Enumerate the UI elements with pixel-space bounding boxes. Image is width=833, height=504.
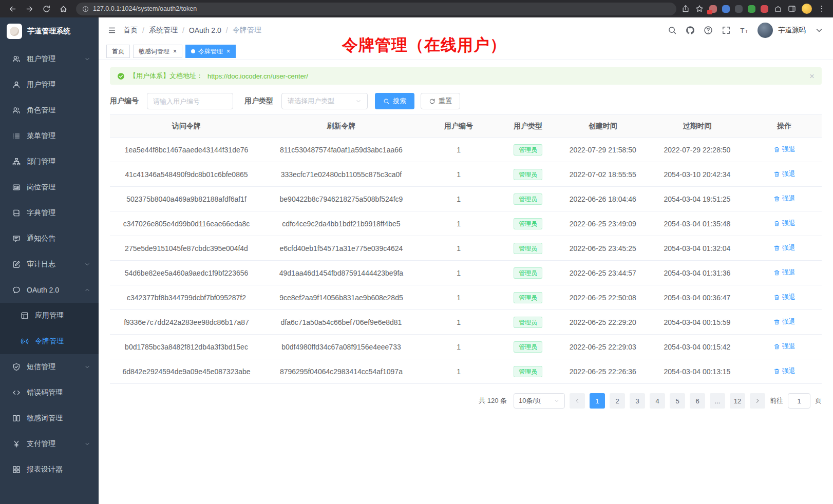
sidebar-item-label: 部门管理 <box>27 157 90 166</box>
user-type-tag: 管理员 <box>514 267 542 279</box>
sidebar-item-sensitive-word[interactable]: 敏感词管理 <box>0 405 99 431</box>
extension-pink[interactable] <box>709 5 717 13</box>
help-icon[interactable] <box>704 26 713 35</box>
force-logout-button[interactable]: 强退 <box>773 145 796 154</box>
force-logout-button[interactable]: 强退 <box>773 169 796 179</box>
user-type-tag: 管理员 <box>514 366 542 377</box>
shield-icon <box>12 363 21 371</box>
collapse-menu-icon[interactable] <box>108 26 116 34</box>
sidebar-item-dict[interactable]: 字典管理 <box>0 200 99 226</box>
page-button-4[interactable]: 4 <box>650 393 665 409</box>
table-row: c342377bf8b344799dcbf7bf095287f29ce8ef2a… <box>110 285 822 310</box>
fullscreen-icon[interactable] <box>722 26 731 35</box>
avatar[interactable] <box>758 23 773 38</box>
extension-dark[interactable] <box>735 5 743 13</box>
fontsize-icon[interactable]: TT <box>740 26 749 35</box>
page-button-12[interactable]: 12 <box>730 393 745 409</box>
user-id-cell: 1 <box>420 285 498 310</box>
chevron-down-icon[interactable] <box>815 26 824 35</box>
star-icon[interactable] <box>695 5 704 13</box>
sidebar-item-oauth2-token[interactable]: 令牌管理 <box>0 328 99 354</box>
column-header: 用户编号 <box>420 115 498 138</box>
extension-blue[interactable] <box>722 5 730 13</box>
tab-敏感词管理[interactable]: 敏感词管理× <box>133 45 182 58</box>
trash-icon <box>773 146 780 153</box>
home-icon[interactable] <box>59 5 68 13</box>
next-page-button[interactable] <box>750 393 765 409</box>
page-button-5[interactable]: 5 <box>670 393 685 409</box>
sidebar-item-user[interactable]: 用户管理 <box>0 72 99 98</box>
user-type-select[interactable]: 请选择用户类型 <box>281 93 368 109</box>
annotation-text: 令牌管理（在线用户） <box>342 34 506 56</box>
sidebar-item-post[interactable]: 岗位管理 <box>0 175 99 200</box>
pagination-ellipsis[interactable]: ... <box>710 393 725 409</box>
search-icon[interactable] <box>668 26 677 35</box>
sidebar-item-tenant[interactable]: 租户管理 <box>0 46 99 72</box>
page-button-6[interactable]: 6 <box>690 393 705 409</box>
panel-icon[interactable] <box>788 5 796 13</box>
browser-profile-avatar[interactable] <box>802 4 812 14</box>
sidebar-item-notice[interactable]: 通知公告 <box>0 226 99 251</box>
sidebar-item-sms[interactable]: 短信管理 <box>0 354 99 380</box>
access-token-cell: c347026e805e4d99b0d116eae66eda8c <box>110 211 263 236</box>
access-token-cell: 502375b8040a469a9b82188afdf6af1f <box>110 187 263 211</box>
sidebar-item-pay[interactable]: 支付管理 <box>0 431 99 457</box>
alert-close-icon[interactable]: × <box>809 72 815 81</box>
close-tab-icon[interactable]: × <box>226 48 230 55</box>
force-logout-button[interactable]: 强退 <box>773 194 796 203</box>
page-button-1[interactable]: 1 <box>590 393 605 409</box>
force-logout-button[interactable]: 强退 <box>773 366 796 376</box>
force-logout-button[interactable]: 强退 <box>773 268 796 277</box>
user-id-input[interactable] <box>147 93 233 109</box>
breadcrumb-item[interactable]: 首页 <box>123 26 138 35</box>
tab-令牌管理[interactable]: 令牌管理× <box>185 45 236 58</box>
sidebar-item-audit-log[interactable]: 审计日志 <box>0 251 99 277</box>
sidebar-item-error-code[interactable]: 错误码管理 <box>0 380 99 405</box>
prev-page-button[interactable] <box>570 393 585 409</box>
force-logout-button[interactable]: 强退 <box>773 317 796 326</box>
sidebar-item-report-designer[interactable]: 报表设计器 <box>0 457 99 482</box>
arrow-left-icon[interactable] <box>8 5 17 13</box>
sidebar-item-oauth2[interactable]: OAuth 2.0 <box>0 277 99 303</box>
sidebar-item-dept[interactable]: 部门管理 <box>0 149 99 175</box>
chevron-down-icon <box>355 98 362 104</box>
signal-icon <box>21 337 29 345</box>
browser-chrome: 127.0.0.1:1024/system/oauth2/token <box>0 0 833 17</box>
user-type-cell: 管理员 <box>498 359 558 384</box>
github-icon[interactable] <box>686 26 695 35</box>
breadcrumb-item[interactable]: 系统管理 <box>149 26 178 35</box>
user-id-cell: 1 <box>420 162 498 187</box>
close-tab-icon[interactable]: × <box>173 48 177 55</box>
access-token-cell: c342377bf8b344799dcbf7bf095287f2 <box>110 285 263 310</box>
sidebar-item-label: 错误码管理 <box>27 388 90 397</box>
user-id-label: 用户编号 <box>110 96 139 106</box>
username[interactable]: 芋道源码 <box>778 26 806 35</box>
arrow-right-icon[interactable] <box>25 5 34 13</box>
reset-button[interactable]: 重置 <box>421 93 460 109</box>
browser-menu-icon[interactable] <box>818 5 826 13</box>
page-button-3[interactable]: 3 <box>630 393 645 409</box>
force-logout-button[interactable]: 强退 <box>773 243 796 253</box>
site-info-icon[interactable] <box>82 6 89 12</box>
user-type-tag: 管理员 <box>514 341 542 353</box>
puzzle-icon[interactable] <box>774 5 782 13</box>
page-size-select[interactable]: 10条/页 <box>514 393 565 409</box>
share-icon[interactable] <box>681 5 690 13</box>
force-logout-button[interactable]: 强退 <box>773 293 796 302</box>
url-bar[interactable]: 127.0.0.1:1024/system/oauth2/token <box>76 3 676 15</box>
force-logout-button[interactable]: 强退 <box>773 219 796 228</box>
tab-首页[interactable]: 首页 <box>106 45 130 58</box>
doc-link[interactable]: https://doc.iocoder.cn/user-center/ <box>207 72 308 80</box>
trash-icon <box>773 196 780 202</box>
page-button-2[interactable]: 2 <box>610 393 625 409</box>
extension-red[interactable] <box>761 5 768 13</box>
extension-green[interactable] <box>748 5 755 13</box>
breadcrumb-item[interactable]: OAuth 2.0 <box>189 26 221 34</box>
goto-page-input[interactable] <box>788 393 810 409</box>
sidebar-item-oauth2-app[interactable]: 应用管理 <box>0 303 99 328</box>
sidebar-item-role[interactable]: 角色管理 <box>0 98 99 123</box>
sidebar-item-menu[interactable]: 菜单管理 <box>0 123 99 149</box>
search-button[interactable]: 搜索 <box>375 93 414 109</box>
refresh-icon[interactable] <box>42 5 51 13</box>
force-logout-button[interactable]: 强退 <box>773 342 796 351</box>
